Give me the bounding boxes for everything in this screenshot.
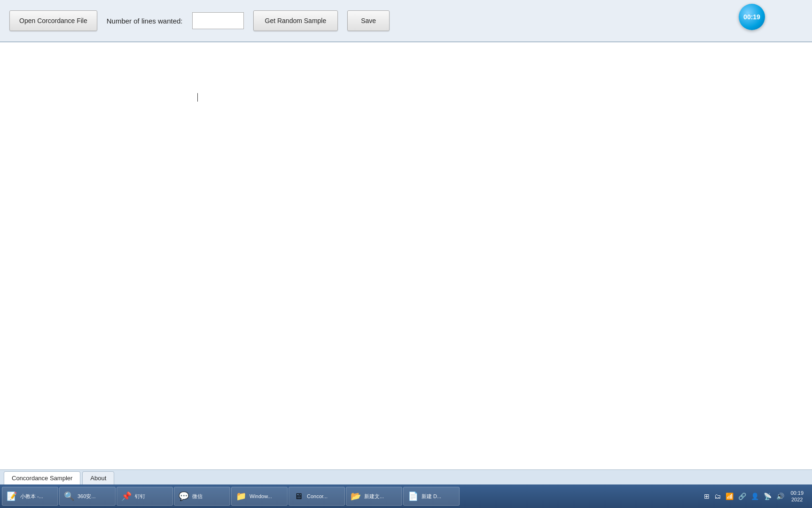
newdoc-icon: 📄	[407, 491, 419, 502]
360-label: 360安...	[78, 493, 96, 500]
concordance-icon: 🖥	[293, 491, 304, 502]
timer-display: 00:19	[743, 13, 760, 21]
concordance-label: Concor...	[307, 493, 328, 499]
content-area[interactable]	[0, 42, 812, 484]
save-button[interactable]: Save	[347, 10, 390, 31]
tray-network-icon[interactable]: 🔗	[737, 492, 748, 501]
taskbar-app-folder[interactable]: 📁 Window...	[231, 487, 288, 506]
tray-wifi-icon[interactable]: 📶	[724, 492, 735, 501]
dingtalk-icon: 📌	[121, 491, 132, 502]
tray-user-icon[interactable]: 👤	[750, 492, 760, 501]
taskbar-app-concordance[interactable]: 🖥 Concor...	[289, 487, 345, 506]
taskbar-app-newfile[interactable]: 📂 新建文...	[346, 487, 402, 506]
tray-signal-icon[interactable]: 📡	[762, 492, 773, 501]
folder-icon: 📁	[235, 491, 247, 502]
tab1-label: Concordance Sampler	[12, 475, 72, 482]
taskbar-app-wechat[interactable]: 💬 微信	[174, 487, 230, 506]
toolbar: Open Corcordance File Number of lines wa…	[0, 0, 812, 42]
main-window: Open Corcordance File Number of lines wa…	[0, 0, 812, 484]
tab-about[interactable]: About	[82, 471, 114, 484]
wechat-label: 微信	[192, 493, 203, 500]
taskbar-app-notepad[interactable]: 📝 小教本 -...	[2, 487, 58, 506]
taskbar-app-newdoc[interactable]: 📄 新建 D...	[403, 487, 460, 506]
text-cursor	[197, 93, 198, 102]
tray-apps-icon[interactable]: ⊞	[703, 492, 711, 501]
folder-label: Window...	[250, 493, 272, 499]
system-tray: ⊞ 🗂 📶 🔗 👤 📡 🔊 00:19 2022	[699, 489, 810, 504]
tray-folder-icon[interactable]: 🗂	[713, 492, 722, 501]
taskbar-app-dingtalk[interactable]: 📌 钉钉	[117, 487, 173, 506]
clock-time: 00:19	[790, 490, 804, 496]
tab2-label: About	[90, 475, 106, 482]
taskbar: 📝 小教本 -... 🔍 360安... 📌 钉钉 💬 微信 📁 Window.…	[0, 484, 812, 508]
tab-concordance-sampler[interactable]: Concordance Sampler	[4, 471, 80, 484]
lines-label: Number of lines wanted:	[107, 17, 183, 25]
clock-date: 2022	[790, 496, 804, 503]
lines-input[interactable]	[192, 12, 244, 29]
notepad-label: 小教本 -...	[20, 493, 43, 500]
newdoc-label: 新建 D...	[422, 493, 441, 500]
dingtalk-label: 钉钉	[135, 493, 145, 500]
notepad-icon: 📝	[6, 491, 17, 502]
newfile-label: 新建文...	[364, 493, 384, 500]
taskbar-app-360[interactable]: 🔍 360安...	[59, 487, 116, 506]
open-file-button[interactable]: Open Corcordance File	[9, 10, 97, 31]
tray-volume-icon[interactable]: 🔊	[775, 492, 786, 501]
system-clock[interactable]: 00:19 2022	[788, 489, 806, 504]
newfile-icon: 📂	[350, 491, 361, 502]
360-icon: 🔍	[63, 491, 75, 502]
timer-badge: 00:19	[739, 4, 765, 30]
bottom-nav: Concordance Sampler About	[0, 469, 812, 484]
get-random-sample-button[interactable]: Get Random Sample	[253, 10, 338, 31]
wechat-icon: 💬	[178, 491, 189, 502]
